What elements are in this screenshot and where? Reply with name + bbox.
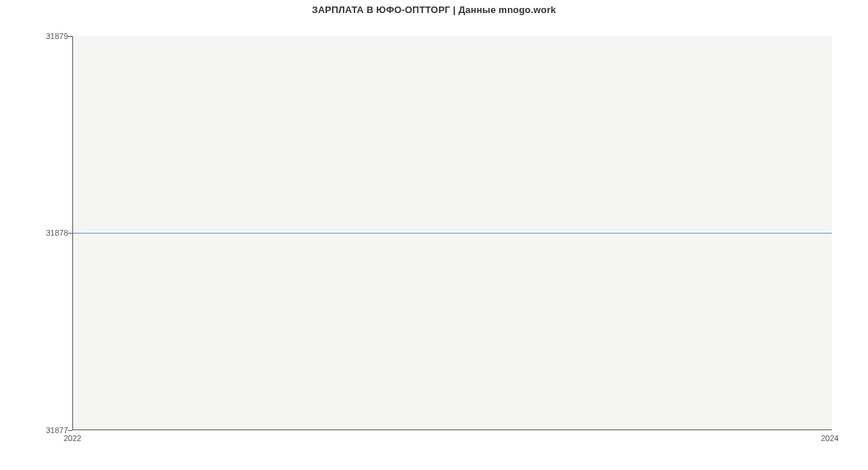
chart-title: ЗАРПЛАТА В ЮФО-ОПТТОРГ | Данные mnogo.wo…	[0, 4, 868, 15]
plot-area	[72, 36, 832, 430]
y-tick-label-top: 31879	[3, 32, 68, 40]
x-tick-label-right: 2024	[821, 434, 838, 443]
y-tick-label-mid: 31878	[3, 228, 68, 237]
y-tick-label-bottom: 31877	[3, 426, 68, 435]
x-tick-label-left: 2022	[64, 434, 81, 443]
y-tick-mark	[68, 430, 72, 431]
salary-line-chart: ЗАРПЛАТА В ЮФО-ОПТТОРГ | Данные mnogo.wo…	[0, 0, 868, 470]
series-line-salary	[73, 233, 832, 234]
